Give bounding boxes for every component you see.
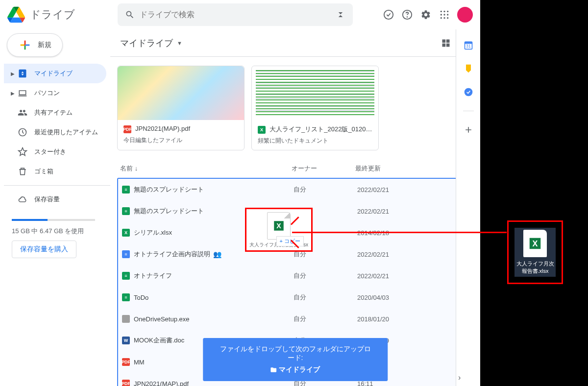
new-button-label: 新規 (38, 41, 51, 49)
annotation-arrow (292, 232, 507, 233)
breadcrumb-label: マイドライブ (120, 37, 173, 49)
sidebar-item-label: マイドライブ (34, 69, 73, 78)
file-name: OneDriveSetup.exe (122, 315, 294, 323)
people-icon (18, 108, 27, 118)
suggestion-card[interactable]: PDFJPN2021(MAP).pdf 今日編集したファイル (117, 66, 245, 150)
settings-icon[interactable] (420, 9, 432, 21)
drive-app: ドライブ 新規 ▶ マイドライブ ▶ (0, 0, 480, 386)
add-icon[interactable] (464, 125, 473, 135)
sheets-icon: ≡ (122, 272, 130, 280)
xlsx-icon: X (258, 126, 266, 134)
card-thumbnail (118, 66, 244, 120)
divider (4, 185, 110, 186)
file-owner: 自分 (294, 314, 357, 323)
suggested-cards: PDFJPN2021(MAP).pdf 今日編集したファイル X大人ライフ_リス… (110, 57, 480, 159)
table-header: 名前 ↓ オーナー 最終更新 (110, 159, 480, 178)
column-name[interactable]: 名前 ↓ (120, 164, 292, 173)
chevron-right-icon: › (458, 373, 461, 382)
pdf-icon: PDF (122, 380, 130, 386)
drop-folder: マイドライブ (217, 365, 374, 374)
xlsx-icon: X (122, 229, 130, 237)
sidebar-item-label: パソコン (34, 89, 60, 97)
buy-storage-button[interactable]: 保存容量を購入 (12, 241, 76, 258)
tasks-icon[interactable] (464, 87, 473, 97)
body: 新規 ▶ マイドライブ ▶ パソコン 共有アイテム 最近使用したアイテム (0, 29, 480, 386)
breadcrumb[interactable]: マイドライブ ▼ (120, 37, 182, 49)
copy-badge: + コピー (276, 236, 304, 246)
trash-icon (18, 167, 27, 176)
folder-icon (270, 366, 277, 373)
help-icon[interactable] (401, 9, 413, 21)
storage-section: 15 GB 中 6.47 GB を使用 保存容量を購入 (4, 209, 110, 262)
file-name: ≡オトナライフ (122, 271, 294, 280)
card-subtitle: 今日編集したファイル (123, 136, 238, 145)
drop-message: ファイルをドロップして次のフォルダにアップロード: (217, 345, 374, 362)
cloud-icon (18, 194, 27, 204)
svg-point-9 (441, 17, 442, 19)
svg-point-5 (447, 11, 448, 12)
card-thumbnail (252, 66, 378, 120)
file-owner: 自分 (294, 271, 357, 280)
svg-point-11 (447, 17, 448, 19)
apps-icon[interactable] (439, 9, 450, 21)
file-icon: X (523, 230, 547, 257)
sidebar-item-computers[interactable]: ▶ パソコン (4, 83, 106, 103)
sidebar-item-shared[interactable]: 共有アイテム (4, 103, 106, 122)
file-name: ≡ToDo (122, 293, 294, 301)
file-name: ≡無題のスプレッドシート (122, 185, 294, 194)
avatar[interactable] (457, 7, 473, 23)
keep-icon[interactable] (464, 64, 473, 73)
docs-icon: ≡ (122, 250, 130, 258)
desktop-file[interactable]: X 大人ライフ月次報告書.xlsx (507, 220, 563, 284)
file-modified: 2018/01/20 (357, 315, 468, 323)
drive-icon (18, 69, 27, 78)
drag-preview: X + コピー 大人ライフ月次報告書.xlsx (245, 208, 313, 252)
file-row[interactable]: OneDriveSetup.exe 自分 2018/01/20 (118, 308, 472, 330)
file-modified: 2022/02/21 (357, 272, 468, 280)
file-modified: 2022/02/21 (357, 208, 468, 215)
file-modified: 2022/02/21 (357, 186, 468, 193)
word-icon: W (122, 337, 130, 344)
file-owner: 自分 (294, 293, 357, 302)
drop-overlay: ファイルをドロップして次のフォルダにアップロード: マイドライブ (203, 338, 388, 381)
svg-point-3 (441, 11, 442, 12)
pdf-icon: PDF (123, 125, 131, 133)
svg-point-10 (443, 17, 445, 19)
shared-icon: 👥 (213, 250, 221, 258)
file-row[interactable]: ≡無題のスプレッドシート 自分 2022/02/21 (118, 179, 472, 200)
app-name: ドライブ (30, 7, 75, 22)
sidebar-item-recent[interactable]: 最近使用したアイテム (4, 122, 106, 142)
file-row[interactable]: ≡オトナライフ 自分 2022/02/21 (118, 265, 472, 287)
panel-toggle[interactable]: › (458, 373, 461, 382)
search-options-icon[interactable] (336, 10, 345, 20)
column-modified[interactable]: 最終更新 (355, 164, 470, 173)
header-icons (383, 7, 473, 23)
sidebar-item-label: 最近使用したアイテム (34, 128, 98, 137)
search-bar[interactable] (118, 3, 353, 26)
file-row[interactable]: ≡ToDo 自分 2020/04/03 (118, 287, 472, 308)
sidebar-item-label: 共有アイテム (34, 108, 73, 117)
logo-area[interactable]: ドライブ (7, 6, 118, 24)
star-icon (18, 147, 27, 157)
offline-icon[interactable] (383, 9, 394, 21)
sidebar-item-mydrive[interactable]: ▶ マイドライブ (4, 64, 106, 83)
svg-point-0 (384, 10, 393, 19)
file-icon: X + コピー (267, 212, 291, 240)
sidebar-item-starred[interactable]: スター付き (4, 142, 106, 162)
exe-icon (122, 315, 130, 323)
svg-point-8 (447, 14, 448, 15)
card-meta: PDFJPN2021(MAP).pdf 今日編集したファイル (118, 120, 244, 149)
search-input[interactable] (140, 10, 336, 19)
suggestion-card[interactable]: X大人ライフ_リスト_2022版_0120.xlsx 頻繁に開いたドキュメント (251, 66, 379, 150)
sidebar-item-storage[interactable]: 保存容量 (4, 190, 106, 209)
sheets-icon: ≡ (122, 293, 130, 301)
file-modified: 2022/02/21 (357, 251, 468, 258)
sidebar-item-label: スター付き (34, 147, 66, 156)
sheets-icon: ≡ (122, 207, 130, 215)
column-owner[interactable]: オーナー (292, 164, 355, 173)
calendar-icon[interactable]: 31 (464, 40, 473, 50)
new-button[interactable]: 新規 (7, 33, 63, 57)
sidebar-item-trash[interactable]: ゴミ箱 (4, 162, 106, 181)
grid-view-icon[interactable] (441, 38, 451, 48)
header: ドライブ (0, 0, 480, 29)
